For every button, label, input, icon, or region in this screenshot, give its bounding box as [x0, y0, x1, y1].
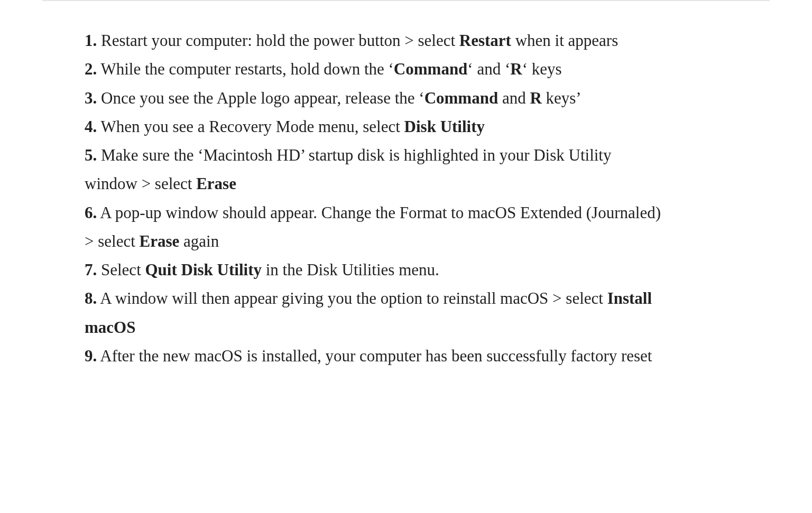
step-text: ‘ and ‘: [467, 60, 510, 78]
step-text: Once you see the Apple logo appear, rele…: [97, 89, 424, 107]
step-number: 1.: [85, 31, 97, 50]
step-number: 5.: [85, 146, 97, 164]
step-text: when it appears: [511, 31, 618, 50]
step-bold-text: Quit Disk Utility: [145, 260, 262, 279]
step-text: and: [498, 89, 530, 107]
step-text: After the new macOS is installed, your c…: [97, 347, 652, 365]
step-3: 3. Once you see the Apple logo appear, r…: [85, 84, 661, 113]
step-bold-text: R: [530, 89, 541, 107]
step-number: 8.: [85, 289, 97, 307]
step-bold-text: Command: [425, 89, 499, 107]
step-bold-text: Erase: [196, 174, 236, 193]
step-number: 7.: [85, 260, 97, 279]
step-bold-text: Disk Utility: [404, 117, 485, 136]
step-9: 9. After the new macOS is installed, you…: [85, 342, 661, 370]
step-number: 6.: [85, 203, 97, 222]
step-bold-text: Restart: [459, 31, 511, 50]
step-2: 2. While the computer restarts, hold dow…: [85, 55, 661, 83]
step-text: When you see a Recovery Mode menu, selec…: [97, 117, 404, 136]
step-text: ‘ keys: [522, 60, 562, 78]
step-1: 1. Restart your computer: hold the power…: [85, 26, 661, 55]
step-4: 4. When you see a Recovery Mode menu, se…: [85, 113, 661, 141]
step-8: 8. A window will then appear giving you …: [85, 284, 661, 342]
step-number: 3.: [85, 89, 97, 107]
step-text: again: [179, 232, 219, 250]
step-5: 5. Make sure the ‘Macintosh HD’ startup …: [85, 141, 661, 199]
step-text: in the Disk Utilities menu.: [262, 260, 439, 279]
step-text: keys’: [542, 89, 582, 107]
step-bold-text: R: [510, 60, 522, 78]
step-6: 6. A pop-up window should appear. Change…: [85, 199, 661, 256]
step-text: While the computer restarts, hold down t…: [97, 60, 394, 78]
step-bold-text: Erase: [140, 232, 180, 250]
document-page: 1. Restart your computer: hold the power…: [0, 0, 812, 513]
step-text: Restart your computer: hold the power bu…: [97, 31, 459, 50]
step-number: 9.: [85, 347, 97, 365]
divider: [42, 0, 770, 1]
step-text: Make sure the ‘Macintosh HD’ startup dis…: [85, 146, 611, 193]
step-number: 4.: [85, 117, 97, 136]
instruction-list: 1. Restart your computer: hold the power…: [85, 26, 661, 370]
step-text: Select: [97, 260, 145, 279]
step-7: 7. Select Quit Disk Utility in the Disk …: [85, 256, 661, 284]
step-number: 2.: [85, 60, 97, 78]
step-bold-text: Command: [394, 60, 468, 78]
step-text: A window will then appear giving you the…: [97, 289, 607, 307]
